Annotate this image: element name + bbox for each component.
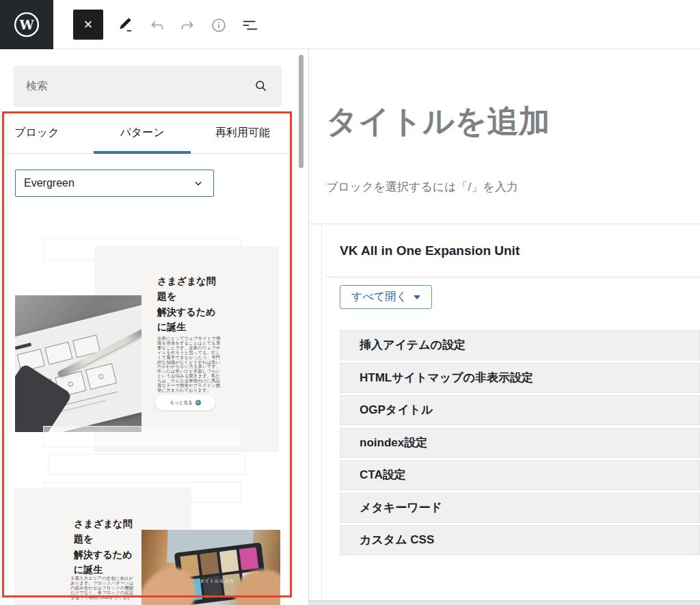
- inserter-tabs: ブロック パターン 再利用可能: [2, 111, 292, 154]
- tab-blocks[interactable]: ブロック: [14, 111, 59, 154]
- open-all-label: すべて開く: [351, 290, 407, 304]
- search-icon: [253, 78, 269, 94]
- pattern1-body-text: 企業にとってウェブサイトで情報を発信をすることはとても重要なことです。企業のウェ…: [157, 336, 221, 393]
- pattern2-image-caption: タイトルを入力: [200, 578, 234, 584]
- editor-canvas: タイトルを追加 ブロックを選択するには「/」を入力 VK All in One …: [309, 49, 700, 605]
- tab-reusable[interactable]: 再利用可能: [205, 111, 280, 154]
- content-divider: [309, 224, 700, 224]
- redo-button[interactable]: [178, 16, 196, 34]
- pattern-category-select[interactable]: Evergreen: [15, 170, 214, 197]
- pencil-icon: [116, 16, 134, 34]
- info-icon: [210, 16, 228, 34]
- pattern2-heading: さまざまな問 題を 解決するため に誕生: [74, 516, 149, 578]
- accordion-item-insert-settings[interactable]: 挿入アイテムの設定: [340, 330, 700, 360]
- accordion-item-cta[interactable]: CTA設定: [340, 460, 700, 490]
- plus-circle-icon: +: [196, 400, 201, 405]
- vk-panel-divider: [326, 277, 700, 278]
- redo-icon: [178, 16, 196, 34]
- tab-patterns[interactable]: パターン: [94, 111, 191, 154]
- vk-settings-accordion: 挿入アイテムの設定 HTMLサイトマップの非表示設定 OGPタイトル noind…: [340, 330, 700, 558]
- sidebar-scrollbar[interactable]: [299, 55, 304, 168]
- wordpress-icon: W: [13, 11, 40, 38]
- active-tab-indicator: [94, 151, 191, 154]
- accordion-item-ogp-title[interactable]: OGPタイトル: [340, 395, 700, 425]
- wordpress-block-editor: W ×: [0, 0, 700, 605]
- block-search-input[interactable]: [26, 80, 253, 92]
- canvas-bottom-edge: [309, 600, 700, 605]
- caret-down-icon: [414, 295, 420, 299]
- list-view-button[interactable]: [241, 16, 259, 34]
- block-inserter-panel: ブロック パターン 再利用可能 Evergreen: [0, 49, 309, 605]
- accordion-item-html-sitemap[interactable]: HTMLサイトマップの非表示設定: [340, 363, 700, 393]
- pattern2-body-text: 文章入力エリアの左右に余白があります。ブロックパターンはの組み合わせはブロックの…: [70, 576, 136, 600]
- metabox-left-border: [321, 224, 322, 600]
- list-view-icon: [241, 16, 259, 34]
- undo-icon: [148, 16, 166, 34]
- block-inserter-toggle-button[interactable]: ×: [73, 10, 103, 40]
- svg-text:W: W: [18, 17, 34, 32]
- block-search-box: [14, 66, 282, 107]
- wordpress-logo-button[interactable]: W: [0, 0, 53, 49]
- post-title-input[interactable]: タイトルを追加: [326, 100, 550, 142]
- pattern2-tablet-photo: タイトルを入力: [142, 530, 280, 605]
- accordion-item-noindex[interactable]: noindex設定: [340, 428, 700, 458]
- pattern1-image-caption: タイトルを入力: [46, 350, 81, 357]
- close-icon: ×: [84, 16, 93, 33]
- pattern-placeholder-box: [48, 454, 245, 475]
- pattern1-notebook-photo: タイトルを入力: [15, 295, 142, 432]
- edit-mode-button[interactable]: [116, 16, 134, 34]
- undo-button[interactable]: [148, 16, 166, 34]
- accordion-item-meta-keywords[interactable]: メタキーワード: [340, 493, 700, 523]
- chevron-down-icon: [191, 176, 205, 190]
- pattern1-heading: さまざまな問 題を 解決するため に誕生: [157, 273, 232, 335]
- pattern-placeholder-box: [43, 426, 241, 447]
- open-all-button[interactable]: すべて開く: [340, 285, 432, 309]
- details-button[interactable]: [210, 16, 228, 34]
- more-label: もっと見る: [170, 400, 192, 406]
- pattern-category-value: Evergreen: [24, 177, 75, 189]
- vk-panel-title: VK All in One Expansion Unit: [340, 243, 520, 258]
- accordion-item-custom-css[interactable]: カスタム CSS: [340, 525, 700, 555]
- editor-toolbar: W ×: [0, 0, 700, 49]
- paragraph-block-placeholder[interactable]: ブロックを選択するには「/」を入力: [326, 179, 518, 195]
- pattern1-more-button: もっと見る +: [155, 395, 215, 410]
- tab-patterns-label: パターン: [120, 126, 164, 138]
